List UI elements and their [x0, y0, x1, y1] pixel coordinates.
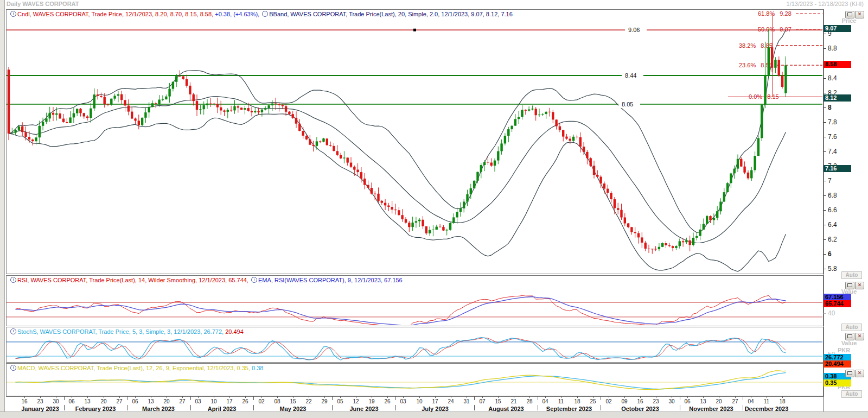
time-axis-tickmark	[198, 396, 199, 398]
rsi-legend: RSI, WAVES CORPORAT, Trade Price(Last), …	[8, 277, 404, 284]
time-axis-day-label: 27	[116, 398, 122, 404]
time-axis-month-separator	[395, 405, 396, 410]
time-axis-day-label: 03	[195, 398, 201, 404]
indicator-pin-icon[interactable]	[262, 11, 268, 17]
time-axis-month-label: September 2023	[546, 406, 592, 412]
time-axis-tickmark	[190, 396, 191, 400]
time-axis-tickmark	[214, 396, 214, 398]
time-axis-month-label: July 2023	[422, 406, 449, 412]
time-axis-day-label: 15	[495, 398, 501, 404]
time-axis-month-label: October 2023	[621, 406, 659, 412]
time-axis-tickmark	[474, 396, 475, 400]
time-axis-month-separator	[680, 405, 680, 410]
rsi-axis-auto-button[interactable]: Auto	[841, 324, 862, 331]
time-axis-month-separator	[332, 405, 333, 410]
time-axis-month-label: March 2023	[142, 406, 175, 412]
time-axis-tickmark	[229, 396, 230, 398]
indicator-pin-icon[interactable]	[10, 11, 16, 17]
price-axis-tick: 7.6	[824, 133, 837, 141]
indicator-pin-icon[interactable]	[251, 277, 257, 283]
time-axis-tickmark	[609, 396, 609, 398]
time-axis-month-separator	[190, 405, 191, 410]
time-axis-day-label: 25	[590, 398, 596, 404]
time-axis-tickmark	[680, 396, 680, 400]
time-axis-day-label: 11	[764, 398, 769, 404]
time-axis-tickmark	[672, 396, 672, 398]
trendline-handle	[413, 29, 416, 31]
svg-text:23.6% 8.58: 23.6% 8.58	[739, 62, 773, 68]
time-axis-day-label: 09	[621, 398, 627, 404]
time-axis-tickmark	[127, 396, 127, 400]
price-value-badge: 7.16	[824, 165, 851, 172]
macd-pane-minimize-button[interactable]	[845, 370, 854, 377]
svg-text:8.05: 8.05	[622, 101, 633, 107]
indicator-pin-icon[interactable]	[10, 365, 16, 371]
price-pane-minimize-button[interactable]	[845, 11, 854, 18]
price-axis-tick: 6.8	[824, 192, 837, 199]
stoch-pane-minimize-button[interactable]	[845, 333, 854, 340]
time-axis-day-label: 24	[448, 398, 454, 404]
rsi-pane-close-button[interactable]: ✕	[855, 282, 864, 289]
time-axis-day-label: 06	[68, 398, 74, 404]
time-axis-tickmark	[593, 396, 593, 398]
time-axis-month-label: December 2023	[745, 406, 789, 412]
time-axis-tickmark	[356, 396, 356, 398]
time-axis-day-label: 11	[558, 398, 564, 404]
time-axis-tickmark	[735, 396, 736, 398]
price-chart-canvas[interactable]: 61.8% 9.2850.0% 9.0738.2% 8.8523.6% 8.58…	[7, 10, 822, 273]
time-axis-tickmark	[782, 396, 783, 398]
price-axis-tick: 6.4	[824, 221, 837, 229]
time-axis-tickmark	[482, 396, 483, 398]
price-value-badge: 9.07	[824, 25, 851, 32]
time-axis-day-label: 12	[353, 398, 359, 404]
stoch-d-value: 20.494	[224, 328, 244, 335]
time-axis-tickmark	[640, 396, 641, 398]
time-axis-tickmark	[24, 396, 25, 398]
stoch-axis-header: Value	[835, 340, 863, 346]
svg-text:0.0% 8.15: 0.0% 8.15	[749, 93, 779, 100]
time-axis-day-label: 03	[400, 398, 406, 404]
price-axis-tick: 5.8	[824, 265, 837, 273]
time-axis-tickmark	[529, 396, 530, 398]
time-axis-tickmark	[119, 396, 120, 398]
time-axis-day-label: 13	[148, 398, 154, 404]
macd-axis-auto-button[interactable]: Auto	[841, 390, 862, 398]
stoch-currency-label: PKR	[838, 347, 850, 353]
time-axis-day-label: 30	[53, 398, 59, 404]
price-value-badge: 8.12	[824, 94, 851, 102]
time-axis-day-label: 06	[132, 398, 138, 404]
time-axis-tickmark	[703, 396, 704, 398]
time-axis-tickmark	[743, 396, 743, 400]
time-axis-tickmark	[767, 396, 767, 398]
time-axis-tickmark	[72, 396, 72, 398]
time-axis-day-label: 23	[653, 398, 659, 404]
indicator-pin-icon[interactable]	[10, 328, 16, 334]
time-axis-day-label: 18	[574, 398, 580, 404]
time-axis-day-label: 20	[100, 398, 106, 404]
svg-text:61.8% 9.28: 61.8% 9.28	[758, 10, 792, 17]
time-axis-tickmark	[403, 396, 404, 398]
time-axis-tickmark	[419, 396, 420, 398]
time-axis-tickmark	[435, 396, 436, 398]
macd-pane-close-button[interactable]: ✕	[855, 370, 864, 377]
time-axis-tickmark	[514, 396, 514, 398]
time-axis-tickmark	[751, 396, 751, 398]
indicator-pin-icon[interactable]	[10, 277, 16, 283]
time-axis-day-label: 22	[305, 398, 311, 404]
price-pane-close-button[interactable]: ✕	[855, 11, 864, 18]
time-axis-tickmark	[40, 396, 41, 398]
stoch-pane-close-button[interactable]: ✕	[855, 333, 864, 340]
time-axis-day-label: 18	[779, 398, 785, 404]
rsi-ema-legend-text: EMA, RSI(WAVES CORPORAT), 9, 12/1/2023, …	[258, 277, 403, 283]
time-axis-tickmark	[87, 396, 88, 398]
time-axis-tickmark	[151, 396, 151, 398]
time-axis-tickmark	[561, 396, 561, 398]
time-axis-tickmark	[182, 396, 183, 398]
price-legend: Cndl, WAVES CORPORAT, Trade Price, 12/1/…	[8, 11, 514, 18]
bband-legend-text: BBand, WAVES CORPORAT, Trade Price(Last)…	[269, 11, 513, 17]
rsi-pane-minimize-button[interactable]	[845, 282, 854, 289]
price-value-badge: 8.58	[824, 61, 851, 68]
price-axis-auto-button[interactable]: Auto	[841, 271, 862, 279]
time-axis-tickmark	[577, 396, 578, 398]
price-chart-panel[interactable]: 61.8% 9.2850.0% 9.0738.2% 8.8523.6% 8.58…	[6, 9, 824, 274]
